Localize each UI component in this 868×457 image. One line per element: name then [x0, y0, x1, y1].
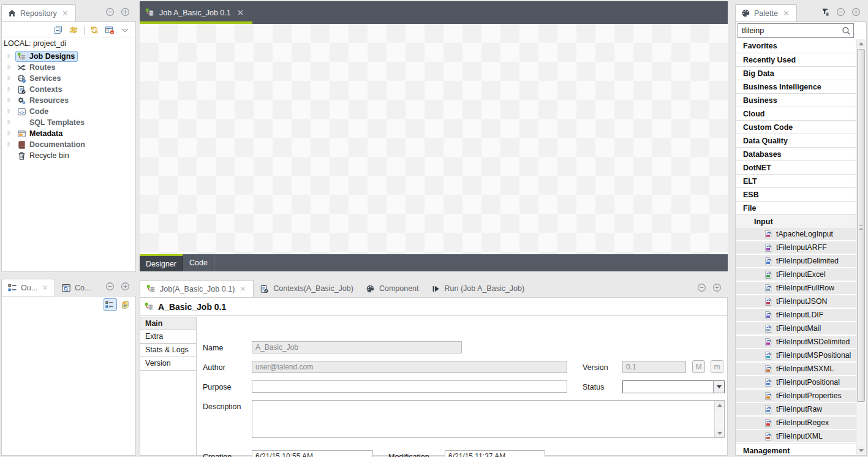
palette-category-big-data[interactable]: Big Data [736, 66, 856, 80]
tab-run-job-a-basic-job[interactable]: Run (Job A_Basic_Job) [425, 280, 531, 297]
side-tab-stats-logs[interactable]: Stats & Logs [140, 344, 196, 357]
scroll-down-icon[interactable] [715, 429, 724, 437]
expander-icon[interactable] [6, 53, 13, 60]
tab-repository[interactable]: Repository [1, 4, 76, 21]
side-tab-extra[interactable]: Extra [140, 330, 196, 344]
name-field[interactable] [252, 341, 462, 353]
palette-component-tfileinputregex[interactable]: tFileInputRegex [736, 417, 856, 429]
tab-palette[interactable]: Palette [735, 4, 797, 21]
tab-component[interactable]: Component [360, 280, 425, 297]
tab-co[interactable]: Co... [55, 279, 97, 296]
minimize-icon[interactable] [105, 6, 116, 17]
filter-icon[interactable] [821, 6, 832, 17]
creation-field[interactable] [252, 450, 373, 457]
purpose-field[interactable] [252, 380, 567, 393]
palette-component-tfileinputproperties[interactable]: tFileInputProperties [736, 390, 856, 402]
scroll-up-icon[interactable] [715, 401, 724, 409]
minimize-icon[interactable] [105, 281, 116, 292]
palette-component-tfileinputxml[interactable]: tFileInputXML [736, 430, 856, 442]
palette-category-business[interactable]: Business [736, 93, 856, 107]
repo-item-routes[interactable]: Routes [2, 62, 135, 73]
palette-category-elt[interactable]: ELT [736, 174, 856, 187]
repo-item-metadata[interactable]: Metadata [2, 128, 135, 139]
chevron-down-icon[interactable] [120, 25, 130, 36]
palette-category-file[interactable]: File [736, 201, 856, 214]
palette-scrollbar[interactable] [856, 39, 866, 455]
expander-icon[interactable] [6, 64, 13, 71]
palette-component-tfileinputdelimited[interactable]: tFileInputDelimited [736, 255, 856, 267]
expander-icon[interactable] [6, 130, 13, 137]
palette-component-tfileinputjson[interactable]: tFileInputJSON [736, 295, 856, 308]
side-tab-main[interactable]: Main [140, 317, 196, 330]
palette-component-tfileinputmsdelimited[interactable]: tFileInputMSDelimited [736, 336, 856, 348]
scroll-up-icon[interactable] [856, 39, 866, 48]
job-design-canvas[interactable] [140, 24, 728, 254]
palette-category-business-intelligence[interactable]: Business Intelligence [736, 80, 856, 93]
maximize-icon[interactable] [712, 282, 723, 293]
outline-tree-icon[interactable] [104, 298, 117, 311]
side-tab-version[interactable]: Version [140, 357, 196, 371]
author-field[interactable] [252, 361, 567, 373]
tab-job-editor[interactable]: Job A_Basic_Job 0.1 [140, 1, 252, 24]
version-major-button[interactable]: M [692, 360, 705, 373]
palette-component-tfileinputfullrow[interactable]: tFileInputFullRow [736, 282, 856, 294]
palette-category-cloud[interactable]: Cloud [736, 107, 856, 120]
palette-component-tapacheloginput[interactable]: tApacheLogInput [736, 228, 856, 240]
expander-icon[interactable] [6, 119, 13, 126]
maximize-icon[interactable] [851, 6, 862, 17]
dropdown-button[interactable] [713, 381, 724, 393]
repo-item-job-designs[interactable]: Job Designs [2, 51, 135, 62]
repo-item-documentation[interactable]: Documentation [2, 139, 135, 150]
repo-item-resources[interactable]: Resources [2, 95, 135, 106]
repo-item-sql-templates[interactable]: SQL Templates [2, 117, 135, 128]
repo-item-services[interactable]: Services [2, 73, 135, 84]
repo-item-contexts[interactable]: Contexts [2, 84, 135, 95]
palette-subcategory-input[interactable]: Input [736, 214, 856, 228]
description-field[interactable] [252, 401, 714, 437]
view-tab-designer[interactable]: Designer [140, 254, 183, 271]
scroll-down-icon[interactable] [856, 446, 866, 455]
close-icon[interactable] [41, 284, 49, 292]
palette-component-tfileinputarff[interactable]: tFileInputARFF [736, 241, 856, 254]
search-input[interactable] [741, 26, 842, 36]
palette-component-tfileinputraw[interactable]: tFileInputRaw [736, 403, 856, 415]
refresh-icon[interactable] [89, 25, 100, 36]
scrollbar-thumb[interactable] [857, 49, 865, 402]
close-icon[interactable] [61, 9, 70, 18]
collapse-all-icon[interactable] [53, 25, 64, 36]
tab-ou[interactable]: Ou... [1, 279, 55, 296]
expander-icon[interactable] [6, 75, 13, 82]
search-icon[interactable] [842, 26, 851, 36]
palette-component-tfileinputmspositional[interactable]: tFileInputMSPositional [736, 349, 856, 361]
status-dropdown[interactable] [622, 380, 725, 393]
tab-job-a-basic-job-0-1[interactable]: Job(A_Basic_Job 0.1) [140, 280, 254, 297]
palette-component-tfileinputmsxml[interactable]: tFileInputMSXML [736, 363, 856, 375]
palette-category-esb[interactable]: ESB [736, 187, 856, 201]
description-scrollbar[interactable] [714, 401, 724, 437]
close-icon[interactable] [236, 8, 245, 17]
palette-component-tfileinputldif[interactable]: tFileInputLDIF [736, 309, 856, 321]
sheet-icon[interactable] [119, 298, 133, 311]
palette-component-tfileinputpositional[interactable]: tFileInputPositional [736, 376, 856, 388]
palette-component-tfileinputmail[interactable]: tFileInputMail [736, 322, 856, 334]
repo-item-code[interactable]: <>Code [2, 106, 135, 117]
palette-category-recently-used[interactable]: Recently Used [736, 53, 856, 66]
minimize-icon[interactable] [697, 282, 708, 293]
version-minor-button[interactable]: m [711, 360, 723, 373]
palette-category-management[interactable]: Management [736, 444, 856, 455]
tab-contexts-a-basic-job[interactable]: Contexts(A_Basic_Job) [254, 280, 360, 297]
minimize-icon[interactable] [836, 6, 847, 17]
palette-category-favorites[interactable]: Favorites [736, 39, 856, 53]
swap-arrows-icon[interactable] [69, 25, 79, 36]
maximize-icon[interactable] [121, 6, 132, 17]
palette-category-dotnet[interactable]: DotNET [736, 161, 856, 174]
maximize-icon[interactable] [121, 281, 132, 292]
palette-component-tfileinputexcel[interactable]: tFileInputExcel [736, 268, 856, 281]
expander-icon[interactable] [6, 97, 13, 104]
palette-category-data-quality[interactable]: Data Quality [736, 134, 856, 147]
close-icon[interactable] [239, 285, 247, 293]
filtered-table-icon[interactable] [105, 25, 115, 36]
version-field[interactable] [622, 361, 686, 373]
expander-icon[interactable] [6, 86, 13, 93]
modification-field[interactable] [445, 450, 545, 457]
